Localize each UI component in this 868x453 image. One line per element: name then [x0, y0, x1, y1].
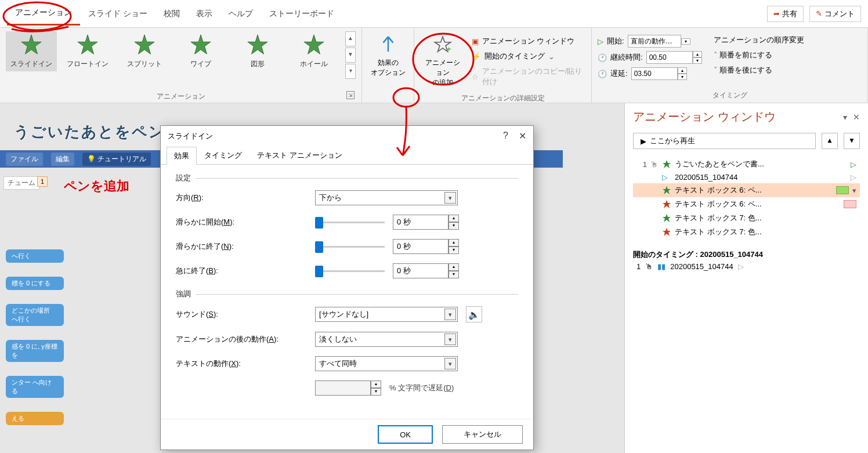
- smooth-start-down[interactable]: ▾: [449, 222, 459, 230]
- star-icon: [77, 34, 99, 56]
- svg-marker-2: [135, 35, 154, 54]
- anim-item-4[interactable]: テキスト ボックス 6: ペ...: [633, 197, 860, 211]
- group-label-advanced: アニメーションの詳細設定: [420, 91, 585, 103]
- help-icon[interactable]: ?: [503, 131, 508, 142]
- group-label-animation: アニメーション: [6, 89, 356, 102]
- bounce-end-value[interactable]: 0 秒: [393, 263, 449, 278]
- tab-help[interactable]: ヘルプ: [220, 3, 261, 25]
- anim-item-3[interactable]: テキスト ボックス 6: ペ... ▾: [633, 183, 860, 197]
- trigger-button[interactable]: ⚡開始のタイミング⌄: [472, 51, 585, 61]
- arrow-up-icon: [378, 35, 398, 55]
- delay-up[interactable]: ▴: [678, 67, 687, 74]
- star-plus-icon: +: [433, 35, 453, 55]
- move-down-button[interactable]: ▼: [844, 133, 860, 149]
- play-from-button[interactable]: ▶ここから再生: [633, 133, 816, 149]
- svg-marker-11: [663, 214, 671, 222]
- anim-item-6[interactable]: テキスト ボックス 7: 色...: [633, 225, 860, 239]
- ok-button[interactable]: OK: [378, 425, 433, 444]
- cancel-button[interactable]: キャンセル: [442, 425, 523, 444]
- trigger-item[interactable]: 1🖱 ▮▮ 20200515_104744 ▷: [633, 260, 860, 273]
- start-dropdown[interactable]: ▾: [681, 38, 690, 45]
- smooth-end-up[interactable]: ▴: [449, 239, 459, 247]
- dialog-tab-timing[interactable]: タイミング: [197, 146, 249, 164]
- dialog-tab-text-anim[interactable]: テキスト アニメーション: [249, 146, 350, 164]
- effect-slide-in[interactable]: スライドイン: [6, 31, 57, 71]
- direction-combo[interactable]: 下から▾: [315, 190, 458, 205]
- reorder-title: アニメーションの順序変更: [714, 35, 804, 45]
- animate-text-combo[interactable]: すべて同時▾: [315, 356, 458, 371]
- duration-label: 継続時間:: [610, 52, 643, 63]
- move-up-button[interactable]: ▲: [822, 133, 838, 149]
- anim-item-2[interactable]: ▷ 20200515_104744 ▷: [633, 171, 860, 183]
- effect-split[interactable]: スプリット: [119, 31, 170, 71]
- anim-item-1[interactable]: 1🖱 うごいたあとをペンで書... ▷: [633, 157, 860, 171]
- effect-options-dialog: スライドイン ? ✕ 効果 タイミング テキスト アニメーション 設定 方向(R…: [160, 125, 534, 450]
- smooth-end-slider[interactable]: [315, 244, 385, 249]
- delay-input[interactable]: [631, 67, 678, 80]
- animation-order-badge[interactable]: 1: [37, 176, 48, 187]
- duration-input[interactable]: [646, 51, 693, 64]
- speaker-icon: 🔈: [468, 309, 480, 320]
- effect-float-in[interactable]: フロートイン: [63, 31, 114, 71]
- svg-text:+: +: [447, 45, 451, 53]
- sound-preview-button[interactable]: 🔈: [466, 306, 482, 322]
- dialog-launcher-animation[interactable]: ⇲: [346, 91, 355, 99]
- star-icon: [247, 34, 269, 56]
- svg-marker-3: [191, 35, 211, 54]
- duration-up[interactable]: ▴: [693, 51, 702, 57]
- comment-button[interactable]: ✎コメント: [809, 6, 861, 22]
- bounce-end-up[interactable]: ▴: [449, 263, 459, 271]
- effect-wipe[interactable]: ワイプ: [176, 31, 227, 71]
- costume-tab[interactable]: チューム: [3, 176, 39, 190]
- star-icon: [303, 34, 325, 56]
- animation-list: 1🖱 うごいたあとをペンで書... ▷ ▷ 20200515_104744 ▷ …: [633, 157, 860, 239]
- trigger-section-title: 開始のタイミング : 20200515_104744: [633, 249, 860, 260]
- tab-review[interactable]: 校閲: [155, 3, 188, 25]
- pane-dropdown[interactable]: ▾: [843, 113, 847, 122]
- letter-delay-label: % 文字間で遅延(D): [389, 383, 454, 393]
- after-animation-combo[interactable]: 淡くしない▾: [315, 332, 458, 347]
- tab-view[interactable]: 表示: [188, 3, 220, 25]
- gallery-down[interactable]: ▼: [345, 48, 356, 63]
- animation-window-toggle[interactable]: ▣アニメーション ウィンドウ: [472, 36, 585, 46]
- tab-storyboard[interactable]: ストーリーボード: [261, 3, 342, 25]
- smooth-start-up[interactable]: ▴: [449, 215, 459, 222]
- star-red-icon: [662, 227, 671, 237]
- bounce-end-slider[interactable]: [315, 268, 385, 274]
- effect-shape[interactable]: 図形: [232, 31, 283, 71]
- sound-combo[interactable]: [サウンドなし]▾: [315, 307, 458, 322]
- star-red-icon: [662, 200, 671, 209]
- svg-marker-5: [304, 35, 324, 54]
- letter-delay-down: ▾: [371, 388, 381, 396]
- close-icon[interactable]: ✕: [519, 131, 526, 142]
- effect-wheel[interactable]: ホイール: [289, 31, 340, 71]
- anim-item-5[interactable]: テキスト ボックス 7: 色...: [633, 211, 860, 225]
- gallery-up[interactable]: ▲: [345, 31, 356, 46]
- tab-animation[interactable]: アニメーション: [7, 2, 80, 26]
- bounce-end-down[interactable]: ▾: [449, 271, 459, 278]
- smooth-start-slider[interactable]: [315, 219, 385, 225]
- add-animation-button[interactable]: + アニメーション の追加: [420, 31, 466, 91]
- animation-pane-title: アニメーション ウィンドウ ▾✕: [633, 109, 860, 125]
- effect-options-button[interactable]: 効果の オプション: [368, 31, 408, 81]
- letter-delay-up: ▴: [371, 380, 381, 388]
- smooth-end-down[interactable]: ▾: [449, 247, 459, 254]
- duration-down[interactable]: ▾: [693, 57, 702, 64]
- play-icon: ▷: [598, 37, 603, 46]
- smooth-end-value[interactable]: 0 秒: [393, 239, 449, 254]
- dialog-tab-effect[interactable]: 効果: [167, 147, 197, 165]
- svg-marker-4: [248, 35, 267, 54]
- smooth-start-value[interactable]: 0 秒: [393, 215, 449, 230]
- delay-down[interactable]: ▾: [678, 74, 687, 80]
- gallery-more[interactable]: ▾: [345, 64, 356, 79]
- star-green-icon: [662, 160, 671, 169]
- animation-painter[interactable]: ☆アニメーションのコピー/貼り付け: [472, 66, 585, 87]
- tab-slideshow[interactable]: スライド ショー: [80, 3, 155, 25]
- pane-close[interactable]: ✕: [853, 113, 860, 122]
- reorder-earlier[interactable]: ˄ 順番を前にする: [714, 50, 804, 60]
- share-button[interactable]: ➦共有: [767, 6, 804, 22]
- start-select[interactable]: [628, 35, 681, 48]
- reorder-later[interactable]: ˅ 順番を後にする: [714, 65, 804, 75]
- letter-delay-input: [315, 380, 371, 396]
- scratch-blocks: へ行く 標を 0 にする どこかの場所 へ行く 感を 0 に, y座標を ンター…: [6, 247, 64, 427]
